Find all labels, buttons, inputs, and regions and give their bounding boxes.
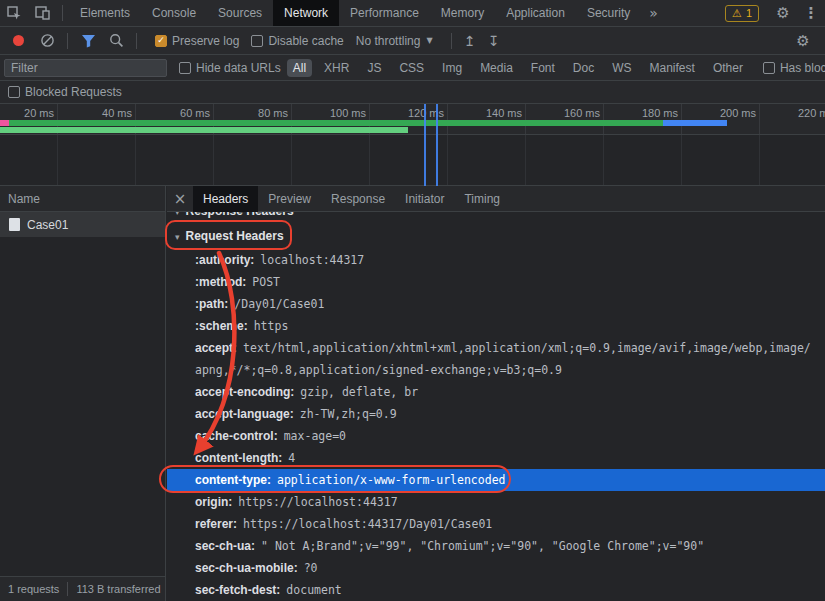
timeline-label: 220 ms <box>758 107 825 119</box>
header-value: ?0 <box>304 561 318 575</box>
clear-network-log-icon[interactable] <box>33 28 61 54</box>
name-column-header[interactable]: Name <box>0 186 165 212</box>
record-network-log-icon[interactable] <box>13 35 24 46</box>
tab-sources[interactable]: Sources <box>207 0 273 26</box>
header-row[interactable]: sec-fetch-dest:document <box>167 579 825 601</box>
filter-chip-all[interactable]: All <box>287 59 312 77</box>
tab-network[interactable]: Network <box>273 0 339 26</box>
request-count: 1 requests <box>8 583 59 595</box>
checkbox-checked: ✓ <box>155 35 167 47</box>
timeline-label: 120 ms <box>368 107 444 119</box>
throttling-value: No throttling <box>356 34 421 48</box>
headers-scroll-area[interactable]: ▾Response Headers ▾Request Headers :auth… <box>167 212 825 601</box>
timeline-label: 40 ms <box>56 107 132 119</box>
disable-cache-label: Disable cache <box>268 34 343 48</box>
blocked-requests-checkbox[interactable]: Blocked Requests <box>8 85 122 99</box>
tab-console[interactable]: Console <box>141 0 207 26</box>
header-row[interactable]: sec-ch-ua-mobile:?0 <box>167 557 825 579</box>
header-name: sec-fetch-dest: <box>195 583 280 597</box>
header-row[interactable]: :authority:localhost:44317 <box>167 249 825 271</box>
toolbar-separator <box>62 5 63 21</box>
tab-performance[interactable]: Performance <box>339 0 430 26</box>
disable-cache-checkbox[interactable]: Disable cache <box>251 34 343 48</box>
header-value: localhost:44317 <box>260 253 364 267</box>
preserve-log-checkbox[interactable]: ✓ Preserve log <box>155 34 239 48</box>
request-row-case01[interactable]: Case01 <box>0 212 165 237</box>
filter-icon[interactable] <box>74 28 102 54</box>
timeline-label: 160 ms <box>524 107 600 119</box>
header-row[interactable]: accept-encoding:gzip, deflate, br <box>167 381 825 403</box>
tab-elements[interactable]: Elements <box>69 0 141 26</box>
header-name: referer: <box>195 517 237 531</box>
header-value: POST <box>252 275 280 289</box>
warnings-badge[interactable]: ⚠ 1 <box>725 5 759 22</box>
header-row[interactable]: cache-control:max-age=0 <box>167 425 825 447</box>
disclosure-triangle-icon: ▾ <box>175 232 180 242</box>
header-row[interactable]: :path:/Day01/Case01 <box>167 293 825 315</box>
header-row[interactable]: accept:text/html,application/xhtml+xml,a… <box>167 337 825 381</box>
blocked-requests-label: Blocked Requests <box>25 85 122 99</box>
close-details-icon[interactable]: × <box>167 186 193 212</box>
filter-chip-other[interactable]: Other <box>707 59 749 77</box>
search-icon[interactable] <box>102 28 130 54</box>
filter-chip-js[interactable]: JS <box>361 59 387 77</box>
tab-application[interactable]: Application <box>495 0 576 26</box>
filter-chip-css[interactable]: CSS <box>393 59 430 77</box>
overview-segment-blue <box>663 120 727 126</box>
header-value: document <box>286 583 341 597</box>
has-blocked-cookies-checkbox[interactable]: Has blocked cookies <box>763 61 825 75</box>
settings-gear-icon[interactable]: ⚙ <box>769 0 797 26</box>
network-summary-bar: 1 requests 113 B transferred <box>0 576 165 601</box>
header-row-content-type-selected[interactable]: content-type:application/x-www-form-urle… <box>167 469 825 491</box>
network-overview-ruler[interactable]: 20 ms 40 ms 60 ms 80 ms 100 ms 120 ms 14… <box>0 104 825 135</box>
filter-chip-media[interactable]: Media <box>474 59 519 77</box>
header-name: :path: <box>195 297 228 311</box>
filter-chip-xhr[interactable]: XHR <box>318 59 355 77</box>
summary-separator <box>67 582 68 596</box>
warning-icon: ⚠ <box>732 7 742 20</box>
tab-memory[interactable]: Memory <box>430 0 495 26</box>
throttling-select[interactable]: No throttling ▼ <box>356 34 433 48</box>
filter-chip-manifest[interactable]: Manifest <box>644 59 701 77</box>
header-value: 4 <box>288 451 295 465</box>
dtab-preview[interactable]: Preview <box>258 186 321 212</box>
dtab-initiator[interactable]: Initiator <box>395 186 454 212</box>
checkbox-unchecked <box>8 86 20 98</box>
dtab-timing[interactable]: Timing <box>454 186 510 212</box>
device-toolbar-glyph <box>35 6 50 20</box>
header-name: accept: <box>195 341 237 355</box>
header-name: cache-control: <box>195 429 278 443</box>
filter-chip-ws[interactable]: WS <box>606 59 637 77</box>
more-menu-icon[interactable]: ⋮ <box>797 0 825 26</box>
dom-content-loaded-marker <box>424 104 426 186</box>
header-row[interactable]: :method:POST <box>167 271 825 293</box>
import-har-icon[interactable]: ↥ <box>458 33 482 49</box>
more-panels-icon[interactable]: » <box>641 0 666 26</box>
header-name: sec-ch-ua-mobile: <box>195 561 298 575</box>
hide-data-urls-checkbox[interactable]: Hide data URLs <box>179 61 281 75</box>
network-settings-gear-icon[interactable]: ⚙ <box>789 28 817 54</box>
filter-input[interactable] <box>4 59 167 77</box>
filter-chip-doc[interactable]: Doc <box>567 59 600 77</box>
dtab-response[interactable]: Response <box>321 186 395 212</box>
filter-chip-img[interactable]: Img <box>436 59 468 77</box>
network-filter-bar: Hide data URLs All XHR JS CSS Img Media … <box>0 55 825 81</box>
header-row[interactable]: accept-language:zh-TW,zh;q=0.9 <box>167 403 825 425</box>
dtab-headers[interactable]: Headers <box>193 186 258 212</box>
response-headers-section-clipped[interactable]: ▾Response Headers <box>175 212 294 220</box>
header-row[interactable]: origin:https://localhost:44317 <box>167 491 825 513</box>
export-har-icon[interactable]: ↧ <box>482 33 506 49</box>
inspect-element-icon[interactable] <box>0 0 28 26</box>
tab-security[interactable]: Security <box>576 0 641 26</box>
header-row[interactable]: referer:https://localhost:44317/Day01/Ca… <box>167 513 825 535</box>
device-toolbar-icon[interactable] <box>28 0 56 26</box>
filter-chip-font[interactable]: Font <box>525 59 561 77</box>
overview-segment-green-light <box>0 127 408 133</box>
toolbar-separator <box>451 33 452 49</box>
timeline-label: 100 ms <box>290 107 366 119</box>
header-row[interactable]: content-length:4 <box>167 447 825 469</box>
header-value: application/x-www-form-urlencoded <box>277 473 505 487</box>
header-row[interactable]: :scheme:https <box>167 315 825 337</box>
header-row[interactable]: sec-ch-ua:" Not A;Brand";v="99", "Chromi… <box>167 535 825 557</box>
overview-bar-bottom <box>0 127 408 133</box>
